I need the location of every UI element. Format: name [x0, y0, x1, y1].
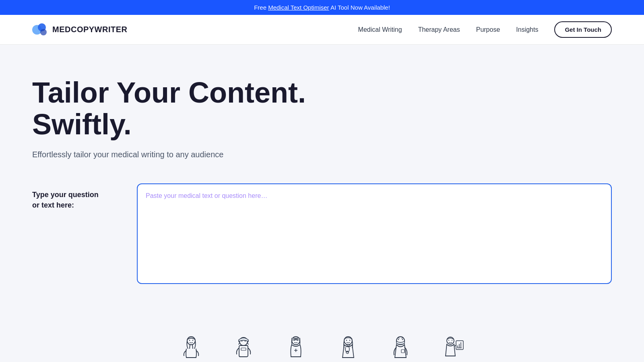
tool-label: Type your questionor text here: — [32, 183, 113, 210]
svg-point-2 — [40, 29, 47, 35]
avatar-1-icon — [177, 332, 205, 360]
svg-rect-9 — [239, 346, 248, 357]
svg-line-4 — [190, 345, 190, 349]
nav-insights[interactable]: Insights — [516, 26, 538, 33]
nav-purpose[interactable]: Purpose — [476, 26, 500, 33]
main-content: Tailor Your Content.Swiftly. Effortlessl… — [0, 45, 644, 324]
nav-medical-writing[interactable]: Medical Writing — [358, 26, 402, 33]
avatar-male-doctor[interactable] — [386, 332, 415, 360]
svg-point-18 — [293, 340, 294, 341]
svg-point-6 — [189, 340, 190, 341]
nav-menu: Medical Writing Therapy Areas Purpose In… — [358, 21, 612, 38]
hero-subtitle: Effortlessly tailor your medical writing… — [32, 150, 612, 159]
avatar-surgeon[interactable] — [229, 332, 258, 360]
svg-point-19 — [297, 340, 297, 341]
svg-point-10 — [241, 341, 242, 341]
svg-point-31 — [448, 340, 449, 341]
svg-point-23 — [346, 351, 349, 354]
nav-therapy-areas[interactable]: Therapy Areas — [418, 26, 460, 33]
hero-title: Tailor Your Content.Swiftly. — [32, 77, 314, 140]
top-banner: Free Medical Text Optimiser AI Tool Now … — [0, 0, 644, 15]
svg-point-13 — [292, 337, 300, 345]
avatar-5-icon — [386, 332, 415, 360]
svg-point-27 — [398, 339, 399, 340]
get-in-touch-button[interactable]: Get In Touch — [554, 21, 612, 38]
banner-suffix: AI Tool Now Available! — [330, 4, 390, 11]
avatars-row — [32, 324, 612, 362]
avatar-female-professional[interactable] — [177, 332, 205, 360]
text-input[interactable] — [137, 183, 612, 284]
svg-point-28 — [402, 339, 403, 340]
avatar-4-icon — [334, 332, 362, 360]
logo-icon — [32, 23, 48, 36]
logo[interactable]: MEDCOPYWRITER — [32, 23, 128, 36]
svg-rect-33 — [456, 341, 463, 350]
banner-prefix: Free — [254, 4, 268, 11]
bottom-area: Meet the audience... — [0, 324, 644, 362]
banner-link[interactable]: Medical Text Optimiser — [268, 4, 329, 11]
svg-rect-29 — [401, 350, 405, 353]
svg-point-24 — [346, 340, 347, 341]
avatar-female-doctor[interactable] — [334, 332, 362, 360]
svg-line-5 — [192, 345, 193, 349]
svg-point-32 — [451, 340, 452, 341]
avatar-2-icon — [229, 332, 258, 360]
avatar-3-icon — [282, 332, 310, 360]
avatar-analyst[interactable] — [439, 332, 467, 360]
svg-point-25 — [349, 340, 350, 341]
logo-text: MEDCOPYWRITER — [52, 25, 128, 34]
tool-area: Type your questionor text here: — [32, 183, 612, 284]
svg-point-11 — [244, 341, 245, 341]
avatar-6-icon — [439, 332, 467, 360]
svg-rect-12 — [241, 348, 246, 350]
avatar-nurse[interactable] — [282, 332, 310, 360]
svg-point-7 — [192, 340, 193, 341]
header: MEDCOPYWRITER Medical Writing Therapy Ar… — [0, 15, 644, 45]
